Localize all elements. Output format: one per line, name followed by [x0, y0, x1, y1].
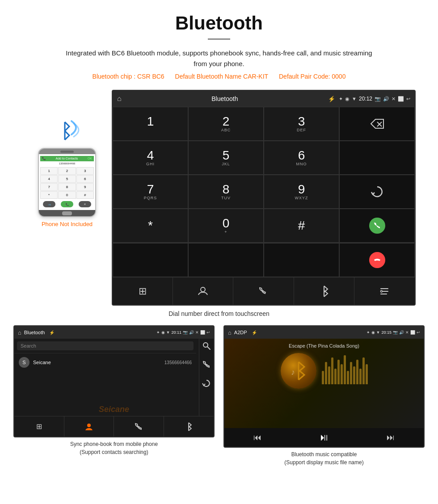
eq-bar	[341, 364, 343, 384]
dial-empty-1	[339, 141, 415, 175]
dial-call-end[interactable]	[339, 243, 415, 277]
car-screen-dial: ⌂ Bluetooth ⚡ ✦ ◉ ▼ 20:12 📷 🔊 ✕ ⬜ ↩ 1. 2…	[112, 90, 416, 306]
music-statusbar: ⌂ A2DP ⚡ ✦ ◉ ▼ 20:15 📷 🔊 ✕ ⬜ ↩	[224, 326, 424, 339]
phone-screen: 📞Add to ContactsOK 13566664466 123 456 7…	[39, 154, 95, 210]
music-equalizer	[322, 357, 368, 384]
phone-contact-text: 13566664466	[40, 161, 94, 166]
pb-contact-number: 13566664466	[164, 360, 192, 365]
pb-screen-title: Bluetooth	[24, 330, 45, 335]
pb-contact-name: Seicane	[33, 360, 164, 365]
pb-nav-bt[interactable]	[164, 416, 214, 437]
music-album-area: ♪	[281, 353, 368, 389]
pb-home-icon[interactable]: ⌂	[18, 329, 21, 336]
pb-loc-icon: ◉	[161, 330, 165, 335]
pb-contact-entry[interactable]: S Seicane 13566664466	[14, 353, 196, 371]
dial-key-1[interactable]: 1.	[113, 107, 188, 141]
music-camera-icon: 📷	[393, 330, 398, 335]
car-status-icons: ✦ ◉ ▼ 20:12 📷 🔊 ✕ ⬜ ↩	[339, 96, 410, 102]
specs-line: Bluetooth chip : CSR BC6 Default Bluetoo…	[0, 73, 438, 80]
pb-refresh-icon[interactable]	[202, 379, 211, 390]
car-bottom-nav: ⊞	[113, 277, 415, 305]
caption-music: Bluetooth music compatible (Support disp…	[284, 450, 363, 466]
eq-bar	[356, 360, 358, 384]
album-art: ♪	[281, 353, 316, 389]
svg-point-3	[201, 287, 205, 292]
bottom-screens: ⌂ Bluetooth ⚡ ✦ ◉ ▼ 20:11 📷 🔊 ✕ ⬜ ↩	[13, 325, 425, 466]
music-usb-icon: ⚡	[252, 330, 257, 335]
eq-bar	[350, 362, 352, 384]
car-screen-title: Bluetooth	[125, 95, 324, 102]
pb-signal-icon: ▼	[166, 330, 170, 335]
dial-key-8[interactable]: 8TUV	[188, 175, 264, 209]
music-block: ⌂ A2DP ⚡ ✦ ◉ ▼ 20:15 📷 🔊 ✕ ⬜ ↩ Escape (T…	[223, 325, 425, 466]
car-nav-bluetooth[interactable]	[294, 277, 354, 305]
dial-key-4[interactable]: 4GHI	[113, 141, 188, 175]
car-nav-dialpad[interactable]: ⊞	[113, 277, 173, 305]
svg-point-11	[87, 424, 91, 427]
dialpad-row5	[113, 243, 415, 277]
music-time: 20:15	[381, 330, 392, 335]
eq-bar	[366, 364, 368, 384]
music-song-title: Escape (The Pina Colada Song)	[289, 343, 359, 349]
music-home-icon[interactable]: ⌂	[228, 329, 232, 336]
pb-bt-icon: ✦	[156, 330, 160, 335]
music-volume-icon: 🔊	[399, 330, 404, 335]
dialpad-grid: 1. 2ABC 3DEF 4GHI 5JKL 6MNO 7PQRS 8TUV 9…	[113, 107, 415, 243]
dial-key-6[interactable]: 6MNO	[264, 141, 339, 175]
pb-nav-dialpad[interactable]: ⊞	[14, 416, 64, 437]
phone-top-bar	[39, 149, 95, 154]
music-prev-btn[interactable]: ⏮	[253, 433, 261, 442]
caption-main: Dial number direct from touchscreen	[0, 310, 438, 317]
pb-search-icon[interactable]	[202, 341, 211, 352]
music-back-icon[interactable]: ↩	[417, 330, 420, 335]
phone-action-row: 📹 📞 #	[40, 200, 94, 208]
music-next-btn[interactable]: ⏭	[387, 433, 395, 442]
music-bt-icon: ✦	[366, 330, 370, 335]
pb-statusbar: ⌂ Bluetooth ⚡ ✦ ◉ ▼ 20:11 📷 🔊 ✕ ⬜ ↩	[14, 326, 214, 339]
dial-key-0[interactable]: 0+	[188, 209, 264, 243]
music-close-icon: ✕	[405, 330, 409, 335]
car-nav-settings[interactable]	[354, 277, 415, 305]
eq-bar	[328, 366, 330, 384]
music-play-btn[interactable]: ⏯	[319, 432, 329, 443]
car-nav-contacts[interactable]	[173, 277, 233, 305]
eq-bar	[337, 360, 340, 384]
spec-chip: Bluetooth chip : CSR BC6	[93, 73, 164, 80]
pb-call-icon[interactable]	[202, 360, 211, 371]
eq-bar	[362, 357, 365, 384]
dial-key-3[interactable]: 3DEF	[264, 107, 339, 141]
car-statusbar: ⌂ Bluetooth ⚡ ✦ ◉ ▼ 20:12 📷 🔊 ✕ ⬜ ↩	[113, 91, 415, 107]
dial-refresh[interactable]	[339, 175, 415, 209]
dial-key-star[interactable]: *	[113, 209, 188, 243]
music-window-icon: ⬜	[410, 330, 415, 335]
phonebook-block: ⌂ Bluetooth ⚡ ✦ ◉ ▼ 20:11 📷 🔊 ✕ ⬜ ↩	[13, 325, 215, 466]
pb-back-icon[interactable]: ↩	[206, 330, 210, 335]
dial-key-5[interactable]: 5JKL	[188, 141, 264, 175]
call-green-icon	[369, 218, 385, 234]
dial-key-hash[interactable]: #	[264, 209, 339, 243]
dial-key-2[interactable]: 2ABC	[188, 107, 264, 141]
car-home-icon[interactable]: ⌂	[117, 95, 122, 103]
music-controls-bar: ⏮ ⏯ ⏭	[224, 428, 424, 447]
eq-bar	[359, 369, 362, 384]
phone-screen-header: 📞Add to ContactsOK	[40, 156, 94, 161]
music-screen-title: A2DP	[234, 330, 247, 335]
car-usb-icon: ⚡	[328, 96, 335, 102]
description-text: Integrated with BC6 Bluetooth module, su…	[63, 48, 375, 69]
pb-search-bar[interactable]: Search	[17, 341, 194, 350]
dial-key-7[interactable]: 7PQRS	[113, 175, 188, 209]
pb-nav-contacts[interactable]	[64, 416, 114, 437]
music-screen: ⌂ A2DP ⚡ ✦ ◉ ▼ 20:15 📷 🔊 ✕ ⬜ ↩ Escape (T…	[223, 325, 425, 448]
pb-nav-call[interactable]	[114, 416, 164, 437]
eq-bar	[344, 355, 346, 384]
pb-status-icons: ✦ ◉ ▼ 20:11 📷 🔊 ✕ ⬜ ↩	[156, 330, 210, 335]
pb-right-icons	[199, 339, 214, 416]
car-nav-call[interactable]	[233, 277, 294, 305]
dial-backspace[interactable]	[339, 107, 415, 141]
svg-line-10	[207, 347, 210, 349]
dial-call-green[interactable]	[339, 209, 415, 243]
eq-bar	[353, 366, 355, 384]
title-divider	[208, 38, 230, 40]
car-back-icon[interactable]: ↩	[406, 96, 410, 102]
dial-key-9[interactable]: 9WXYZ	[264, 175, 339, 209]
